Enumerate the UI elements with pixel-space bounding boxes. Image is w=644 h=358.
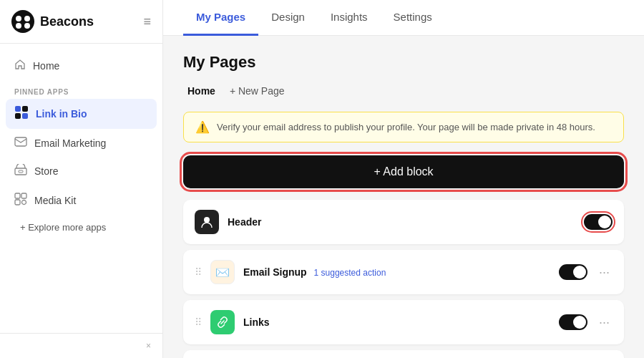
svg-rect-14: [15, 200, 20, 205]
email-marketing-icon: [14, 137, 27, 150]
media-kit-icon: [14, 193, 27, 208]
page-tab-new[interactable]: + New Page: [225, 83, 289, 99]
email-signup-drag-handle[interactable]: ⠿: [195, 266, 202, 278]
explore-more-link[interactable]: + Explore more apps: [6, 216, 157, 238]
pinned-apps-label: PINNED APPS: [6, 81, 157, 99]
header-block-icon: [195, 210, 219, 234]
header-block-label: Header: [228, 216, 575, 228]
svg-point-15: [22, 200, 26, 205]
links-block-icon: [210, 310, 235, 334]
svg-point-0: [11, 10, 34, 33]
email-signup-suggested: 1 suggested action: [314, 268, 386, 278]
logo-area: Beacons: [11, 10, 94, 33]
sidebar-item-email-marketing[interactable]: Email Marketing: [6, 130, 157, 156]
svg-rect-6: [22, 106, 28, 112]
svg-rect-8: [22, 113, 28, 119]
links-block-label: Links: [243, 316, 550, 328]
svg-point-1: [16, 16, 21, 21]
main-area: My Pages Design Insights Settings My Pag…: [163, 0, 644, 358]
home-icon: [14, 59, 26, 73]
link-in-bio-icon: [14, 105, 29, 122]
tab-settings[interactable]: Settings: [381, 0, 445, 36]
links-toggle[interactable]: [559, 314, 587, 330]
store-icon: [14, 164, 27, 178]
sidebar-header: Beacons ≡: [0, 0, 162, 44]
tab-design[interactable]: Design: [258, 0, 318, 36]
tab-insights[interactable]: Insights: [318, 0, 381, 36]
sidebar-item-media-kit-label: Media Kit: [34, 195, 76, 206]
top-nav: My Pages Design Insights Settings: [163, 0, 644, 36]
email-signup-toggle[interactable]: [559, 264, 587, 280]
hamburger-icon[interactable]: ≡: [143, 14, 151, 29]
block-store: ⠿ Store 1 suggested action ···: [183, 350, 624, 358]
page-title: My Pages: [183, 53, 624, 72]
svg-rect-7: [15, 113, 21, 119]
sidebar: Beacons ≡ Home PINNED APPS Link in Bio E…: [0, 0, 163, 358]
svg-rect-9: [15, 137, 26, 146]
svg-rect-5: [15, 106, 21, 112]
page-tab-home[interactable]: Home: [183, 83, 220, 99]
warning-icon: ⚠️: [195, 120, 210, 134]
svg-point-3: [16, 23, 21, 29]
page-content: My Pages Home + New Page ⚠️ Verify your …: [163, 36, 644, 358]
sidebar-item-store[interactable]: Store: [6, 158, 157, 185]
warning-text: Verify your email address to publish you…: [217, 122, 595, 132]
sidebar-item-store-label: Store: [34, 165, 58, 177]
page-tabs: Home + New Page: [183, 83, 624, 99]
svg-point-16: [204, 217, 210, 223]
svg-point-2: [24, 16, 30, 21]
sidebar-footer: ×: [0, 333, 162, 358]
sidebar-item-link-in-bio[interactable]: Link in Bio: [6, 99, 157, 129]
sidebar-item-link-in-bio-label: Link in Bio: [36, 108, 87, 120]
email-signup-dots-menu[interactable]: ···: [596, 265, 613, 280]
sidebar-item-email-marketing-label: Email Marketing: [34, 137, 106, 149]
links-dots-menu[interactable]: ···: [596, 315, 613, 330]
svg-rect-11: [19, 170, 23, 173]
beacons-logo-icon: [11, 10, 34, 33]
sidebar-nav: Home PINNED APPS Link in Bio Email Marke…: [0, 44, 162, 333]
warning-banner: ⚠️ Verify your email address to publish …: [183, 112, 624, 142]
add-block-button[interactable]: + Add block: [183, 155, 624, 188]
email-signup-block-icon: ✉️: [210, 260, 235, 284]
tab-my-pages[interactable]: My Pages: [183, 0, 258, 36]
app-name: Beacons: [40, 14, 94, 29]
svg-point-4: [24, 23, 30, 29]
svg-rect-13: [21, 193, 26, 198]
close-icon[interactable]: ×: [146, 341, 151, 351]
block-email-signup: ⠿ ✉️ Email Signup 1 suggested action ···: [183, 250, 624, 294]
sidebar-item-home-label: Home: [33, 60, 59, 72]
sidebar-item-media-kit[interactable]: Media Kit: [6, 186, 157, 215]
block-header: Header: [183, 200, 624, 244]
links-drag-handle[interactable]: ⠿: [195, 316, 202, 328]
block-links: ⠿ Links ···: [183, 300, 624, 344]
svg-rect-10: [15, 168, 26, 175]
sidebar-item-home[interactable]: Home: [6, 52, 157, 79]
email-signup-block-label: Email Signup 1 suggested action: [243, 266, 550, 278]
svg-rect-12: [15, 193, 20, 198]
header-toggle[interactable]: [584, 214, 613, 230]
